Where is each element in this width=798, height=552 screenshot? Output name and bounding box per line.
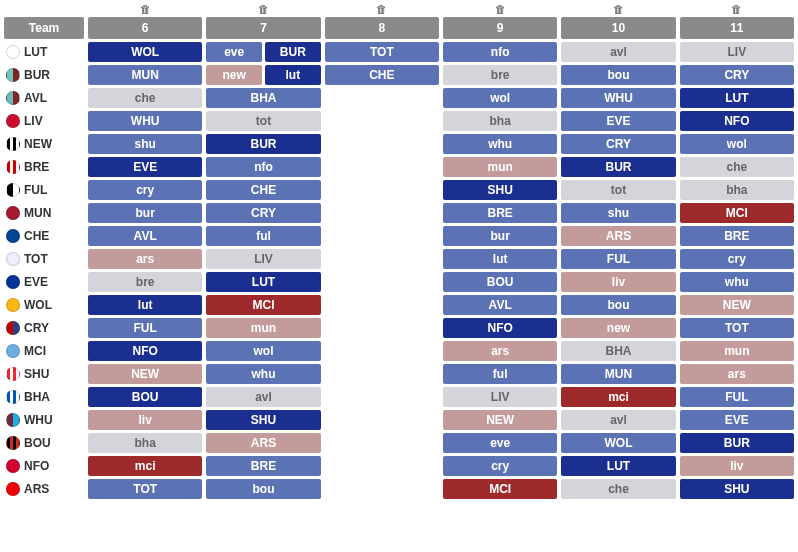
- fixture-cell[interactable]: ars: [88, 249, 202, 269]
- trash-icon[interactable]: 🗑: [495, 4, 506, 15]
- fixture-cell[interactable]: ARS: [561, 226, 675, 246]
- fixture-cell[interactable]: LIV: [680, 42, 794, 62]
- fixture-cell[interactable]: NFO: [443, 318, 557, 338]
- trash-icon[interactable]: 🗑: [376, 4, 387, 15]
- fixture-cell[interactable]: LUT: [206, 272, 320, 292]
- fixture-cell[interactable]: che: [561, 479, 675, 499]
- fixture-cell[interactable]: bha: [88, 433, 202, 453]
- fixture-cell[interactable]: lut: [443, 249, 557, 269]
- fixture-cell[interactable]: bou: [561, 65, 675, 85]
- fixture-cell[interactable]: ful: [206, 226, 320, 246]
- fixture-cell[interactable]: FUL: [88, 318, 202, 338]
- fixture-cell[interactable]: shu: [88, 134, 202, 154]
- fixture-cell[interactable]: FUL: [680, 387, 794, 407]
- fixture-cell[interactable]: mun: [680, 341, 794, 361]
- fixture-cell[interactable]: bur: [443, 226, 557, 246]
- fixture-cell[interactable]: ARS: [206, 433, 320, 453]
- fixture-cell[interactable]: whu: [680, 272, 794, 292]
- trash-icon[interactable]: 🗑: [140, 4, 151, 15]
- fixture-cell[interactable]: CHE: [325, 65, 439, 85]
- fixture-cell[interactable]: cry: [680, 249, 794, 269]
- fixture-cell[interactable]: shu: [561, 203, 675, 223]
- fixture-cell[interactable]: LUT: [561, 456, 675, 476]
- fixture-cell[interactable]: avl: [561, 410, 675, 430]
- fixture-cell[interactable]: BRE: [206, 456, 320, 476]
- fixture-cell[interactable]: SHU: [206, 410, 320, 430]
- fixture-cell[interactable]: BOU: [443, 272, 557, 292]
- fixture-cell[interactable]: BHA: [206, 88, 320, 108]
- fixture-cell[interactable]: ars: [443, 341, 557, 361]
- fixture-cell[interactable]: mci: [88, 456, 202, 476]
- fixture-cell[interactable]: EVE: [561, 111, 675, 131]
- fixture-cell[interactable]: new: [206, 65, 262, 85]
- fixture-cell[interactable]: NEW: [443, 410, 557, 430]
- fixture-cell[interactable]: bou: [206, 479, 320, 499]
- fixture-cell[interactable]: LUT: [680, 88, 794, 108]
- fixture-cell[interactable]: wol: [206, 341, 320, 361]
- fixture-cell[interactable]: eve: [443, 433, 557, 453]
- fixture-cell[interactable]: liv: [561, 272, 675, 292]
- fixture-cell[interactable]: AVL: [443, 295, 557, 315]
- fixture-cell[interactable]: che: [88, 88, 202, 108]
- fixture-cell[interactable]: bou: [561, 295, 675, 315]
- fixture-cell[interactable]: NFO: [88, 341, 202, 361]
- fixture-cell[interactable]: BHA: [561, 341, 675, 361]
- fixture-cell[interactable]: mun: [443, 157, 557, 177]
- fixture-cell[interactable]: MCI: [680, 203, 794, 223]
- fixture-cell[interactable]: WHU: [88, 111, 202, 131]
- fixture-cell[interactable]: new: [561, 318, 675, 338]
- fixture-cell[interactable]: avl: [561, 42, 675, 62]
- fixture-cell[interactable]: BUR: [561, 157, 675, 177]
- fixture-cell[interactable]: bre: [443, 65, 557, 85]
- fixture-cell[interactable]: ful: [443, 364, 557, 384]
- fixture-cell[interactable]: mci: [561, 387, 675, 407]
- fixture-cell[interactable]: TOT: [325, 42, 439, 62]
- fixture-cell[interactable]: lut: [265, 65, 321, 85]
- trash-icon[interactable]: 🗑: [731, 4, 742, 15]
- fixture-cell[interactable]: wol: [680, 134, 794, 154]
- fixture-cell[interactable]: whu: [206, 364, 320, 384]
- fixture-cell[interactable]: CRY: [680, 65, 794, 85]
- fixture-cell[interactable]: nfo: [443, 42, 557, 62]
- fixture-cell[interactable]: TOT: [680, 318, 794, 338]
- fixture-cell[interactable]: MCI: [443, 479, 557, 499]
- fixture-cell[interactable]: bur: [88, 203, 202, 223]
- fixture-cell[interactable]: AVL: [88, 226, 202, 246]
- fixture-cell[interactable]: liv: [88, 410, 202, 430]
- fixture-cell[interactable]: MUN: [561, 364, 675, 384]
- fixture-cell[interactable]: WHU: [561, 88, 675, 108]
- fixture-cell[interactable]: liv: [680, 456, 794, 476]
- fixture-cell[interactable]: TOT: [88, 479, 202, 499]
- trash-icon[interactable]: 🗑: [613, 4, 624, 15]
- fixture-cell[interactable]: bha: [443, 111, 557, 131]
- fixture-cell[interactable]: bha: [680, 180, 794, 200]
- fixture-cell[interactable]: CHE: [206, 180, 320, 200]
- fixture-cell[interactable]: FUL: [561, 249, 675, 269]
- fixture-cell[interactable]: BOU: [88, 387, 202, 407]
- fixture-cell[interactable]: tot: [206, 111, 320, 131]
- fixture-cell[interactable]: CRY: [206, 203, 320, 223]
- fixture-cell[interactable]: LIV: [443, 387, 557, 407]
- fixture-cell[interactable]: WOL: [88, 42, 202, 62]
- fixture-cell[interactable]: ars: [680, 364, 794, 384]
- fixture-cell[interactable]: NFO: [680, 111, 794, 131]
- fixture-cell[interactable]: EVE: [88, 157, 202, 177]
- fixture-cell[interactable]: cry: [443, 456, 557, 476]
- fixture-cell[interactable]: BRE: [680, 226, 794, 246]
- fixture-cell[interactable]: BUR: [680, 433, 794, 453]
- fixture-cell[interactable]: LIV: [206, 249, 320, 269]
- fixture-cell[interactable]: avl: [206, 387, 320, 407]
- fixture-cell[interactable]: CRY: [561, 134, 675, 154]
- fixture-cell[interactable]: eve: [206, 42, 262, 62]
- fixture-cell[interactable]: nfo: [206, 157, 320, 177]
- fixture-cell[interactable]: BRE: [443, 203, 557, 223]
- fixture-cell[interactable]: BUR: [265, 42, 321, 62]
- fixture-cell[interactable]: MUN: [88, 65, 202, 85]
- fixture-cell[interactable]: SHU: [680, 479, 794, 499]
- fixture-cell[interactable]: che: [680, 157, 794, 177]
- fixture-cell[interactable]: EVE: [680, 410, 794, 430]
- fixture-cell[interactable]: MCI: [206, 295, 320, 315]
- fixture-cell[interactable]: BUR: [206, 134, 320, 154]
- fixture-cell[interactable]: NEW: [680, 295, 794, 315]
- fixture-cell[interactable]: cry: [88, 180, 202, 200]
